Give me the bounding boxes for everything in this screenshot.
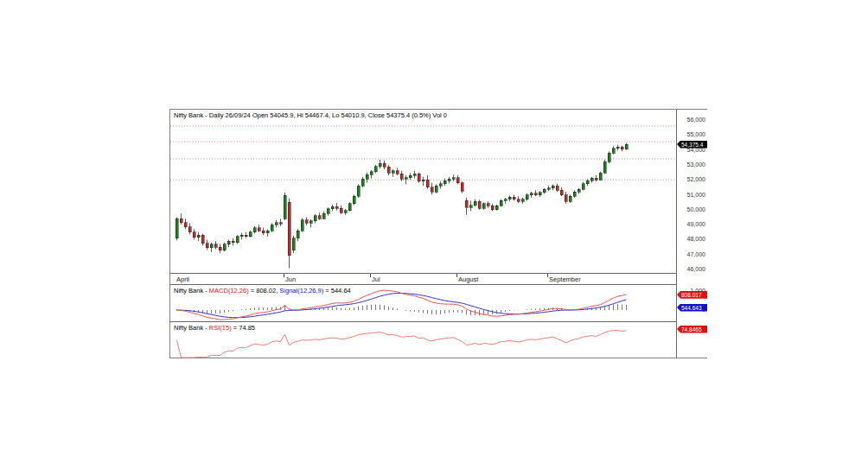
title-segment: = 74.85 (232, 324, 255, 332)
macd-title: Nifty Bank - MACD(12,26) = 808.02, Signa… (174, 287, 351, 294)
title-segment: Nifty Bank - (174, 324, 209, 332)
candlestick-plot[interactable] (170, 110, 676, 273)
price-axis-label: 47,000 (687, 251, 705, 257)
month-tick (370, 274, 371, 277)
month-tick (547, 274, 548, 277)
month-label: Jun (285, 276, 296, 283)
rsi-panel[interactable]: Nifty Bank - RSI(15) = 74.85 (170, 321, 676, 358)
main-chart-title: Nifty Bank - Daily 26/09/24 Open 54045.9… (174, 111, 447, 119)
title-segment: Nifty Bank - (174, 287, 209, 294)
macd-value-tag: 808.017 (677, 291, 707, 299)
price-axis-label: 51,000 (687, 192, 705, 198)
signal-value-tag: 544.643 (677, 304, 707, 312)
price-axis-label: 52,000 (687, 176, 705, 182)
last-price-tag: 54,375.4 (677, 141, 707, 149)
price-axis-label: 50,000 (687, 206, 705, 212)
title-segment: = 544.64 (323, 287, 351, 294)
title-segment-rsi: RSI(15) (209, 324, 232, 332)
price-axis: 56,00055,00054,00053,00052,00051,00050,0… (676, 110, 708, 358)
price-axis-label: 56,000 (687, 117, 705, 123)
month-label: August (458, 276, 478, 283)
price-axis-label: 46,000 (687, 266, 705, 272)
rsi-title: Nifty Bank - RSI(15) = 74.85 (174, 324, 255, 332)
page: Nifty Bank - Daily 26/09/24 Open 54045.9… (0, 0, 868, 456)
macd-panel[interactable]: Nifty Bank - MACD(12,26) = 808.02, Signa… (170, 285, 676, 321)
price-axis-label: 55,000 (687, 131, 705, 137)
price-axis-label: 49,000 (687, 221, 705, 227)
x-axis: AprilJunJulAugustSeptember (170, 273, 676, 285)
title-segment: = 808.02, (249, 287, 280, 294)
month-tick (284, 274, 284, 277)
main-price-panel[interactable]: Nifty Bank - Daily 26/09/24 Open 54045.9… (170, 110, 676, 273)
title-segment-macd: MACD(12,26) (209, 287, 249, 294)
month-label: Jul (372, 276, 380, 283)
month-label: September (549, 276, 581, 283)
price-axis-label: 48,000 (687, 236, 705, 242)
price-axis-label: 53,000 (687, 162, 705, 168)
title-segment-signal: Signal(12,26,9) (279, 287, 323, 294)
rsi-value-tag: 74.8465 (677, 326, 707, 333)
month-label: April (176, 276, 189, 283)
chart-window: Nifty Bank - Daily 26/09/24 Open 54045.9… (169, 109, 707, 358)
month-tick (456, 274, 457, 277)
